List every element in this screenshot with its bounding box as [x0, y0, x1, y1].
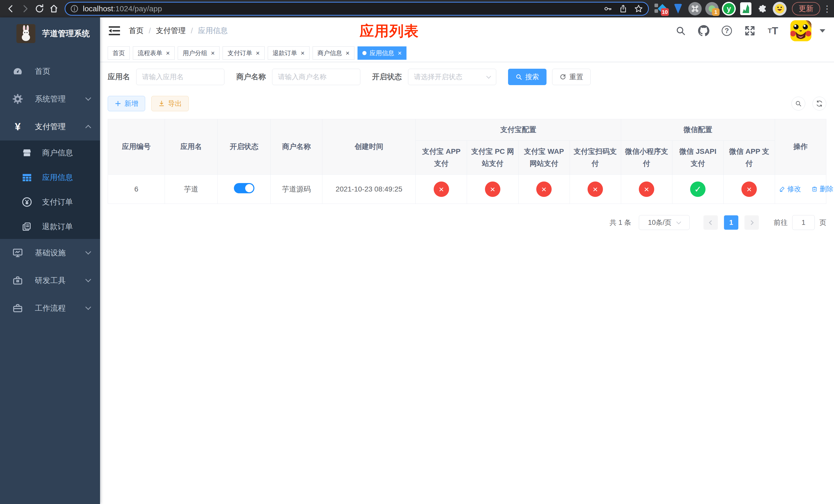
site-info-icon[interactable]: [70, 4, 79, 13]
shop-icon: [22, 147, 32, 158]
col-app-name: 应用名: [165, 119, 218, 175]
profile-avatar-icon[interactable]: [772, 2, 787, 16]
sidebar-item-home[interactable]: 首页: [0, 58, 100, 85]
tab-refund-order[interactable]: 退款订单×: [268, 46, 310, 60]
address-bar[interactable]: localhost:1024/pay/app: [65, 2, 649, 16]
share-icon[interactable]: [616, 3, 630, 15]
breadcrumb: 首页 / 支付管理 / 应用信息: [129, 26, 228, 36]
refresh-button[interactable]: [812, 97, 826, 111]
browser-update-button[interactable]: 更新: [792, 2, 820, 15]
sidebar-item-app-info[interactable]: 应用信息: [0, 165, 100, 190]
sidebar-item-merchant-info[interactable]: 商户信息: [0, 140, 100, 165]
help-icon[interactable]: ?: [721, 25, 732, 37]
app-logo[interactable]: 芋道管理系统: [0, 18, 100, 48]
tab-app-info[interactable]: 应用信息×: [357, 46, 407, 60]
avatar-caret-icon[interactable]: [820, 29, 825, 32]
alipay-pc-status-icon: ×: [485, 182, 500, 197]
browser-home-icon[interactable]: [47, 1, 61, 17]
table-row: 6 芋道 芋道源码 2021-10-23 08:49:25 × × × × × …: [108, 175, 826, 204]
cell-merchant: 芋道源码: [270, 175, 322, 204]
edit-link[interactable]: 修改: [779, 184, 801, 193]
reset-button[interactable]: 重置: [552, 69, 591, 85]
extension-y-icon[interactable]: y: [722, 2, 736, 16]
col-alipay-pc: 支付宝 PC 网站支付: [467, 141, 518, 175]
delete-link[interactable]: 删除: [811, 184, 833, 193]
col-alipay-qr: 支付宝扫码支付: [570, 141, 621, 175]
breadcrumb-home[interactable]: 首页: [129, 26, 144, 36]
sidebar-item-refund-order[interactable]: 退款订单: [0, 214, 100, 239]
sidebar-item-label: 系统管理: [35, 94, 66, 104]
goto-page-input[interactable]: 1: [792, 215, 815, 230]
user-avatar[interactable]: [790, 20, 811, 41]
font-size-icon[interactable]: TT: [767, 25, 778, 37]
gear-icon: [12, 93, 24, 105]
close-icon[interactable]: ×: [211, 50, 215, 56]
bookmark-star-icon[interactable]: [632, 3, 645, 15]
app-name-input[interactable]: 请输入应用名: [136, 69, 224, 85]
browser-reload-icon[interactable]: [32, 1, 47, 17]
top-navbar: 首页 / 支付管理 / 应用信息 ? TT: [100, 18, 834, 44]
password-key-icon[interactable]: [601, 3, 615, 15]
chevron-down-icon: [85, 249, 91, 255]
extension-doc-icon[interactable]: [739, 2, 753, 16]
add-button[interactable]: 新增: [108, 96, 145, 111]
export-button[interactable]: 导出: [151, 96, 189, 111]
merchant-name-input[interactable]: 请输入商户名称: [272, 69, 360, 85]
browser-menu-icon[interactable]: ⋮: [823, 4, 830, 14]
col-group-wechat: 微信配置: [621, 119, 775, 141]
extension-gem-icon[interactable]: [671, 2, 685, 16]
alipay-app-status-icon: ×: [434, 182, 449, 197]
close-icon[interactable]: ×: [166, 50, 170, 56]
page-content: 应用名 请输入应用名 商户名称 请输入商户名称 开启状态 请选择开启状态 搜索 …: [100, 62, 834, 504]
sidebar-item-label: 工作流程: [35, 303, 66, 314]
current-page-button[interactable]: 1: [724, 215, 738, 230]
fullscreen-icon[interactable]: [744, 25, 755, 37]
sidebar-item-infrastructure[interactable]: 基础设施: [0, 239, 100, 267]
page-unit-label: 页: [819, 218, 826, 227]
extensions-puzzle-icon[interactable]: [755, 2, 770, 16]
grid-icon: [22, 172, 32, 183]
close-icon[interactable]: ×: [301, 50, 305, 56]
page-size-select[interactable]: 10条/页: [639, 215, 689, 230]
tab-home[interactable]: 首页×: [108, 46, 130, 60]
search-button[interactable]: 搜索: [508, 69, 547, 85]
extension-recorder-icon[interactable]: 1: [705, 2, 719, 16]
extension-command-icon[interactable]: [688, 2, 702, 16]
sidebar-item-label: 支付订单: [42, 197, 73, 207]
sidebar-item-payment[interactable]: ¥ 支付管理: [0, 113, 100, 140]
browser-back-icon[interactable]: [4, 1, 18, 17]
browser-forward-icon[interactable]: [18, 1, 32, 17]
wechat-mini-status-icon: ×: [639, 182, 654, 197]
tab-user-group[interactable]: 用户分组×: [178, 46, 220, 60]
col-status: 开启状态: [218, 119, 270, 175]
col-wechat-app: 微信 APP 支付: [723, 141, 775, 175]
breadcrumb-payment[interactable]: 支付管理: [156, 26, 186, 36]
next-page-button[interactable]: [745, 215, 759, 230]
sidebar-item-label: 支付管理: [35, 121, 66, 132]
tab-process-form[interactable]: 流程表单×: [133, 46, 175, 60]
wechat-app-status-icon: ×: [741, 182, 757, 197]
github-icon[interactable]: [698, 25, 709, 37]
close-icon[interactable]: ×: [398, 50, 402, 56]
header-search-icon[interactable]: [675, 25, 686, 37]
status-select[interactable]: 请选择开启状态: [408, 69, 496, 85]
col-app-id: 应用编号: [108, 119, 165, 175]
toggle-search-button[interactable]: [791, 97, 805, 111]
app-table: 应用编号 应用名 开启状态 商户名称 创建时间 支付宝配置 微信配置 操作 支付…: [108, 119, 826, 204]
sidebar-item-dev-tools[interactable]: 研发工具: [0, 267, 100, 294]
prev-page-button[interactable]: [703, 215, 718, 230]
sidebar-item-pay-order[interactable]: 支付订单: [0, 190, 100, 214]
extension-badge: 10: [661, 8, 669, 16]
toolbox-icon: [12, 275, 24, 287]
tags-view-bar: 首页× 流程表单× 用户分组× 支付订单× 退款订单× 商户信息× 应用信息×: [100, 44, 834, 62]
extension-blue-diamond-icon[interactable]: 10: [654, 2, 668, 16]
sidebar-item-system[interactable]: 系统管理: [0, 85, 100, 113]
sidebar-collapse-icon[interactable]: [109, 26, 120, 36]
enabled-switch[interactable]: [234, 183, 255, 193]
tab-merchant-info[interactable]: 商户信息×: [313, 46, 354, 60]
close-icon[interactable]: ×: [346, 50, 350, 56]
tab-pay-order[interactable]: 支付订单×: [223, 46, 264, 60]
sidebar-item-workflow[interactable]: 工作流程: [0, 294, 100, 322]
close-icon[interactable]: ×: [256, 50, 260, 56]
logo-image: [16, 24, 36, 43]
